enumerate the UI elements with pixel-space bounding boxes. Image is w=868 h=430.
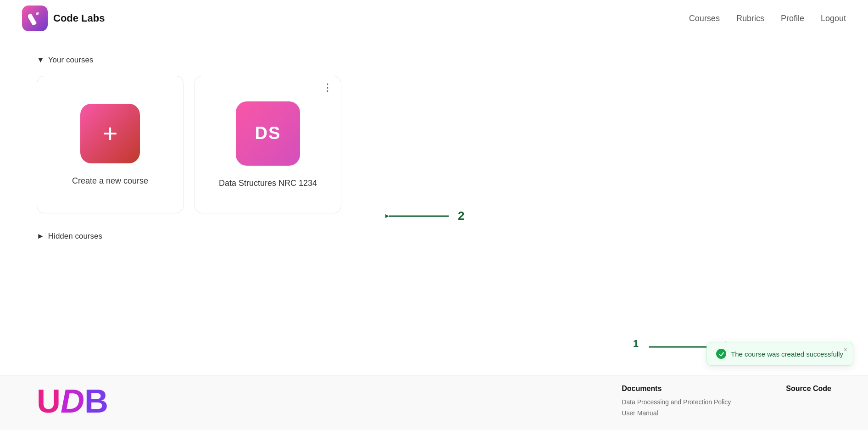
ds-icon-label: DS <box>255 123 281 143</box>
footer-logo-p: D <box>61 385 84 418</box>
toast-check-icon <box>716 349 726 359</box>
app-logo-icon <box>22 6 48 31</box>
hidden-courses-toggle[interactable]: ► Hidden courses <box>37 232 831 241</box>
main-nav: Courses Rubrics Profile Logout <box>689 14 846 23</box>
svg-point-2 <box>38 12 39 14</box>
footer-documents-title: Documents <box>622 385 731 393</box>
create-course-icon: + <box>80 104 140 163</box>
create-course-label: Create a new course <box>72 176 148 186</box>
footer-col-source: Source Code <box>786 385 831 395</box>
hidden-courses-toggle-icon: ► <box>37 232 45 241</box>
create-course-card[interactable]: + Create a new course <box>37 76 184 213</box>
footer-logo-u: U <box>37 385 61 418</box>
hidden-courses-label: Hidden courses <box>48 232 102 241</box>
footer-links: Documents Data Processing and Protection… <box>622 385 831 417</box>
plus-icon: + <box>103 121 118 146</box>
toast-message: The course was created successfully <box>731 350 843 358</box>
data-structures-card[interactable]: ⋮ DS Data Structures NRC 1234 <box>195 76 341 213</box>
footer-logo-b: B <box>84 385 108 418</box>
ds-course-label: Data Structures NRC 1234 <box>219 179 317 188</box>
nav-logout[interactable]: Logout <box>821 14 846 23</box>
nav-rubrics[interactable]: Rubrics <box>736 14 764 23</box>
annotation-arrow-2: 2 <box>385 209 400 223</box>
footer-link-policy[interactable]: Data Processing and Protection Policy <box>622 398 731 406</box>
your-courses-toggle-icon: ▼ <box>37 56 45 65</box>
your-courses-label: Your courses <box>48 56 94 65</box>
footer-logo: U D B <box>37 385 108 418</box>
footer-link-manual[interactable]: User Manual <box>622 409 731 417</box>
ds-course-icon: DS <box>236 101 300 166</box>
footer-source-title: Source Code <box>786 385 831 393</box>
success-toast: × The course was created successfully <box>707 342 853 366</box>
annotation-2-label: 2 <box>458 209 464 223</box>
app-logo-text: Code Labs <box>53 12 105 24</box>
main-content: ▼ Your courses + Create a new course ⋮ D… <box>0 37 868 259</box>
svg-rect-0 <box>28 13 37 25</box>
header: Code Labs Courses Rubrics Profile Logout <box>0 0 868 37</box>
courses-grid: + Create a new course ⋮ DS Data Structur… <box>37 76 831 213</box>
card-menu-button[interactable]: ⋮ <box>323 83 333 93</box>
page-footer: U D B Documents Data Processing and Prot… <box>0 375 868 430</box>
your-courses-toggle[interactable]: ▼ Your courses <box>37 56 831 65</box>
header-left: Code Labs <box>22 6 105 31</box>
nav-profile[interactable]: Profile <box>781 14 804 23</box>
annotation-1-label: 1 <box>633 338 639 350</box>
toast-close-button[interactable]: × <box>844 346 847 353</box>
footer-col-documents: Documents Data Processing and Protection… <box>622 385 731 417</box>
nav-courses[interactable]: Courses <box>689 14 720 23</box>
